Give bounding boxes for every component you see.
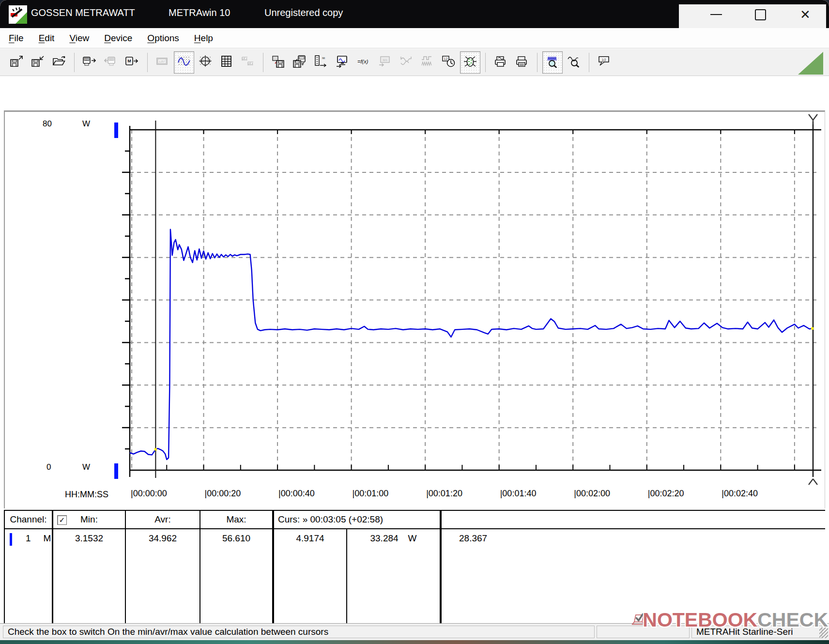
resize-grip[interactable] (819, 628, 828, 638)
license-note: Unregistered copy (264, 7, 343, 18)
channel-config-icon: IM: (314, 55, 328, 70)
maximize-icon (755, 9, 766, 20)
statusbar-device: METRAHit Starline-Seri (691, 626, 822, 638)
analog-view-button (396, 51, 416, 74)
xy-view-button[interactable] (195, 51, 215, 74)
svg-text:=f(x): =f(x) (357, 59, 368, 64)
y-axis-unit-bottom: W (82, 462, 90, 472)
annotation-icon: 1/2 (598, 55, 611, 70)
numeric-view-button: 1257 (153, 51, 173, 74)
annotation-button[interactable]: 1/2 (594, 51, 614, 74)
chart-panel: 80 W 0 W HH:MM:SS |00:00:00|00:00:20|00:… (4, 110, 825, 508)
chart-plot[interactable] (5, 112, 824, 508)
minimize-button[interactable] (706, 7, 726, 22)
formula-icon: =f(x) (357, 55, 370, 70)
close-icon: ✕ (800, 8, 811, 21)
menu-item-device[interactable]: Device (104, 31, 140, 46)
time-tick-label: |00:02:20 (648, 489, 684, 499)
min-value: 3.1532 (53, 529, 126, 623)
print-icon (515, 55, 529, 70)
formula-button[interactable]: =f(x) (353, 51, 374, 74)
menu-item-help[interactable]: Help (194, 31, 221, 46)
menu-item-edit[interactable]: Edit (39, 31, 63, 46)
read-memory-icon: M (125, 55, 139, 70)
analog-view-icon (399, 55, 413, 70)
toolbar-separator (263, 53, 263, 72)
time-tick-label: |00:02:40 (722, 489, 758, 499)
statusbar-middle (597, 626, 690, 638)
header-spacer (442, 511, 825, 529)
time-tick-label: |00:00:20 (205, 489, 241, 499)
send-device-icon: 321 (104, 55, 118, 70)
title-bar: GOSSEN METRAWATT METRAwin 10 Unregistere… (0, 0, 829, 28)
screen-view-button[interactable] (332, 51, 353, 74)
minmax-calc-checkbox[interactable]: ✓ (57, 515, 67, 525)
svg-text:12: 12 (444, 57, 448, 60)
zoom-curve-button[interactable] (564, 51, 584, 74)
save-as-icon (31, 55, 45, 70)
product-title: METRAwin 10 (169, 7, 230, 18)
device-save-button[interactable] (290, 51, 310, 74)
menu-item-options[interactable]: Options (147, 31, 187, 46)
toolbar-separator (537, 53, 537, 72)
maximize-button[interactable] (751, 7, 770, 22)
cursor-delta-value: 28.367 (442, 529, 825, 623)
send-device-button: 321 (101, 51, 121, 74)
power-curve (130, 230, 813, 460)
menu-item-view[interactable]: View (69, 31, 97, 46)
save-file-button[interactable] (6, 51, 27, 74)
cursor2-value: 33.284W (347, 529, 442, 623)
read-device-icon: 321 (83, 55, 96, 70)
channel-row-id[interactable]: 1 M (5, 529, 53, 623)
header-channel: Channel: (5, 511, 53, 529)
cursor1-value: 4.9174 (274, 529, 347, 623)
table-view-button[interactable] (216, 51, 237, 74)
live-mode-icon (463, 55, 477, 70)
cursor2-number: 33.284 (370, 533, 398, 544)
y-axis-unit-top: W (82, 119, 90, 129)
avr-value: 34.962 (126, 529, 200, 623)
xy-view-icon (199, 55, 212, 70)
channel-config-button[interactable]: IM: (311, 51, 331, 74)
toolbar: 321321M1257IM:=f(x)321121/2 (0, 49, 829, 76)
y-axis-max-label: 80 (43, 119, 52, 129)
desktop-background (0, 640, 829, 644)
header-min-label: Min: (80, 514, 98, 525)
header-min: ✓ Min: (53, 511, 126, 529)
time-config-icon: 12 (442, 55, 456, 70)
toolbar-separator (485, 53, 486, 72)
print-preview-button[interactable] (491, 51, 511, 74)
svg-text:IM:: IM: (322, 57, 325, 60)
minimize-icon (710, 14, 722, 15)
close-button[interactable]: ✕ (796, 7, 815, 22)
acquisition-info-bar: Trig: OFF Chan: 123456789 Status: Browsi… (0, 77, 829, 110)
header-avr: Avr: (126, 511, 200, 529)
channel-mode: M (44, 533, 51, 544)
statusbar-hint: Check the box to switch On the min/avr/m… (3, 626, 595, 638)
time-config-button[interactable]: 12 (439, 51, 459, 74)
time-tick-label: |00:00:40 (278, 489, 315, 499)
waveform-view-button[interactable] (174, 51, 194, 74)
svg-text:1/2: 1/2 (601, 58, 606, 61)
pulse-view-icon (421, 55, 434, 70)
open-file-button[interactable] (49, 51, 69, 74)
menu-item-file[interactable]: File (9, 31, 32, 46)
numeric-view-icon: 1257 (156, 55, 169, 70)
toolbar-separator (589, 53, 589, 72)
zoom-time-button[interactable] (542, 51, 563, 74)
svg-text:321: 321 (85, 58, 89, 61)
metrawin-window: GOSSEN METRAWATT METRAwin 10 Unregistere… (0, 0, 829, 640)
open-file-icon (52, 55, 66, 70)
save-as-button[interactable] (28, 51, 48, 74)
print-button[interactable] (512, 51, 532, 74)
time-tick-label: |00:01:00 (353, 489, 389, 499)
app-title: GOSSEN METRAWATT (31, 7, 135, 18)
waveform-view-icon (177, 55, 191, 70)
read-device-button[interactable]: 321 (79, 51, 100, 74)
lcd-view-icon: 321 (378, 55, 392, 70)
live-mode-button[interactable] (460, 51, 480, 74)
y-axis-min-label: 0 (46, 462, 51, 472)
export-data-button[interactable] (268, 51, 289, 74)
read-memory-button[interactable]: M (122, 51, 142, 74)
time-tick-label: |00:00:00 (131, 489, 167, 499)
